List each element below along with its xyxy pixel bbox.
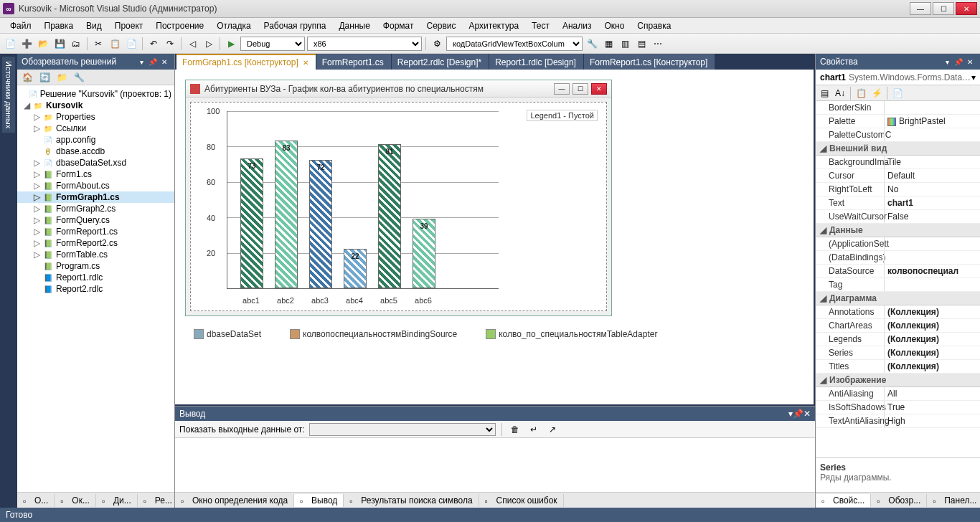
solution-tree[interactable]: 📄Решение "Kursovik" (проектов: 1)◢📁Kurso… [17,85,174,492]
object-combo-dropdown-icon[interactable]: ▾ [971,72,976,82]
tree-item[interactable]: ▷📗FormReport2.cs [17,237,174,249]
property-value[interactable] [884,237,980,250]
document-tab[interactable]: FormReport1.cs [316,54,391,70]
tray-component[interactable]: dbaseDataSet [194,329,261,339]
property-value[interactable]: High [884,414,980,427]
tree-item[interactable]: ▷📗FormReport1.cs [17,226,174,237]
menu-данные[interactable]: Данные [333,19,375,32]
menu-сервис[interactable]: Сервис [420,19,461,32]
property-row[interactable]: BorderSkin [816,101,980,115]
property-value[interactable]: Tile [884,156,980,169]
chevron-icon[interactable]: ▷ [33,169,40,179]
collapse-icon[interactable]: ◢ [820,225,826,235]
tree-item[interactable]: ▷📁Properties [17,111,174,123]
document-tab[interactable]: Report2.rdlc [Design]* [392,54,489,70]
prop-dropdown-icon[interactable]: ▾ [941,56,953,67]
prop-close-icon[interactable]: ✕ [964,56,976,67]
property-row[interactable]: Titles(Коллекция) [816,360,980,374]
prop-alpha-icon[interactable]: A↓ [833,86,847,100]
tree-item[interactable]: 📗Program.cs [17,260,174,272]
align-icon[interactable]: ▥ [618,37,632,51]
menu-архитектура[interactable]: Архитектура [463,19,525,32]
prop-events-icon[interactable]: ⚡ [870,86,884,100]
form-close-button[interactable]: ✕ [591,83,607,95]
property-row[interactable]: ChartAreas(Коллекция) [816,319,980,333]
panel-tab[interactable]: ▫Ре... [138,494,179,507]
property-row[interactable]: Legends(Коллекция) [816,333,980,346]
config-combo[interactable]: Debug [240,37,305,51]
panel-tab[interactable]: ▫Ди... [96,494,138,507]
chevron-icon[interactable]: ▷ [33,215,40,225]
prop-pin-icon[interactable]: 📌 [953,56,964,67]
more-icon[interactable]: ⋯ [651,37,665,51]
chevron-icon[interactable]: ▷ [33,123,40,133]
menu-построение[interactable]: Построение [150,19,209,32]
document-tab[interactable]: FormGraph1.cs [Конструктор]✕ [176,54,316,70]
tree-item[interactable]: ▷📗FormAbout.cs [17,180,174,191]
tree-item[interactable]: ▷📗FormGraph2.cs [17,203,174,214]
menu-формат[interactable]: Формат [377,19,420,32]
form-maximize-button[interactable]: ☐ [573,83,588,95]
property-row[interactable]: PaletteCustomC [816,128,980,142]
menu-анализ[interactable]: Анализ [557,19,598,32]
chevron-icon[interactable]: ▷ [33,112,40,122]
panel-tab[interactable]: ▫Результаты поиска символа [344,494,479,507]
chevron-icon[interactable]: ▷ [33,250,40,260]
menu-правка[interactable]: Правка [39,19,80,32]
property-value[interactable]: (Коллекция) [884,319,980,332]
output-pin-icon[interactable]: 📌 [793,409,804,419]
panel-tab[interactable]: ▫Окно определения кода [175,494,294,507]
open-icon[interactable]: 📂 [36,37,50,51]
output-goto-icon[interactable]: ↗ [545,422,560,437]
form-designer-surface[interactable]: Абитуриенты ВУЗа - График кол-ва абитури… [175,70,814,404]
chevron-icon[interactable]: ▷ [33,192,40,202]
property-value[interactable]: (Коллекция) [884,346,980,359]
collapse-icon[interactable]: ◢ [820,293,826,303]
collapse-icon[interactable]: ◢ [820,143,826,153]
menu-окно[interactable]: Окно [598,19,630,32]
grid-icon[interactable]: ▤ [634,37,649,51]
tray-component[interactable]: колвопоспециальностямBindingSource [290,329,457,339]
sol-properties-icon[interactable]: 🔧 [72,70,86,85]
tree-item[interactable]: ▷📁Ссылки [17,123,174,134]
menu-отладка[interactable]: Отладка [211,19,256,32]
undo-icon[interactable]: ↶ [146,37,161,51]
output-clear-icon[interactable]: 🗑 [508,422,522,437]
output-close-icon[interactable]: ✕ [804,409,811,419]
prop-pages-icon[interactable]: 📄 [890,86,905,100]
property-category[interactable]: ◢Диаграмма [816,292,980,305]
find-combo[interactable]: кодDataGridViewTextBoxColum [446,37,583,51]
tree-item[interactable]: 📄Решение "Kursovik" (проектов: 1) [17,88,174,100]
toolbox-icon[interactable]: 🔧 [585,37,599,51]
panel-tab[interactable]: ▫Свойс... [816,494,871,507]
chevron-icon[interactable]: ▷ [33,181,40,191]
tree-item[interactable]: ▷📗FormGraph1.cs [17,191,174,203]
panel-tab[interactable]: ▫Список ошибок [479,494,564,507]
menu-рабочая группа[interactable]: Рабочая группа [258,19,332,32]
property-row[interactable]: BackgroundImaTile [816,156,980,169]
tree-item[interactable]: 🛢dbase.accdb [17,146,174,157]
collapse-icon[interactable]: ◢ [820,375,826,385]
property-value[interactable] [884,251,980,264]
output-source-combo[interactable] [309,423,496,436]
chevron-icon[interactable]: ◢ [23,100,30,110]
tree-item[interactable]: ◢📁Kursovik [17,100,174,111]
new-project-icon[interactable]: 📄 [3,37,17,51]
property-category[interactable]: ◢Внешний вид [816,142,980,156]
chevron-icon[interactable]: ▷ [33,158,40,168]
property-value[interactable]: All [884,387,980,400]
property-value[interactable]: False [884,210,980,223]
prop-props-icon[interactable]: 📋 [854,86,868,100]
tree-item[interactable]: ▷📗FormQuery.cs [17,214,174,226]
menu-тест[interactable]: Тест [526,19,555,32]
tree-item[interactable]: ▷📗Form1.cs [17,169,174,180]
output-text[interactable] [175,438,815,492]
property-value[interactable]: (Коллекция) [884,333,980,346]
panel-pin-icon[interactable]: 📌 [147,56,159,67]
form-minimize-button[interactable]: — [554,83,570,95]
sol-refresh-icon[interactable]: 🔄 [37,70,52,85]
menu-проект[interactable]: Проект [109,19,149,32]
property-row[interactable]: RightToLeftNo [816,183,980,196]
property-row[interactable]: TextAntiAliasingHigh [816,414,980,428]
save-all-icon[interactable]: 🗂 [69,37,83,51]
